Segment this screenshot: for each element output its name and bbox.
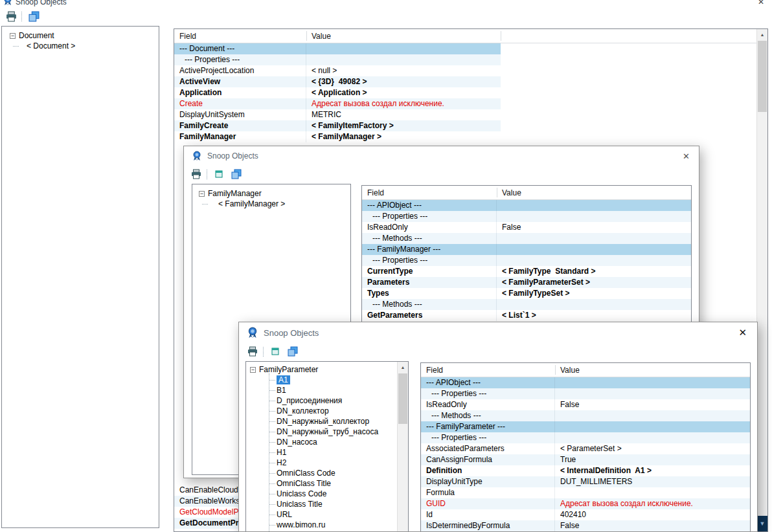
value-cell: < FamilyType Standard > (497, 266, 691, 277)
table-row[interactable]: Definition< InternalDefinition A1 > (421, 465, 750, 476)
table-row[interactable]: --- FamilyManager --- (362, 244, 691, 255)
snoop-objects-button[interactable] (27, 10, 41, 23)
print-button[interactable] (189, 168, 203, 181)
table-row[interactable]: CanAssignFormulaTrue (421, 454, 750, 465)
dialog-titlebar[interactable]: Snoop Objects ✕ (239, 322, 757, 343)
field-cell: --- Properties --- (174, 54, 306, 65)
collapse-icon[interactable]: − (199, 191, 205, 197)
scroll-down-button[interactable]: ▼ (757, 516, 767, 531)
table-row[interactable]: Parameters< FamilyParameterSet > (362, 277, 691, 288)
table-row[interactable]: --- Methods --- (362, 233, 691, 244)
tree-item[interactable]: DN_насоса (246, 437, 396, 447)
tree-item-document[interactable]: < Document > (2, 41, 159, 51)
table-row[interactable]: AssociatedParameters< ParameterSet > (421, 443, 750, 454)
table-row[interactable]: Types< FamilyTypeSet > (362, 288, 691, 299)
scroll-up-icon: ▲ (401, 365, 405, 370)
tree-item[interactable]: Uniclass Code (246, 489, 396, 499)
tree-item-label: < FamilyManager > (218, 199, 285, 208)
column-divider[interactable] (497, 188, 497, 197)
collapse-icon[interactable]: − (10, 33, 16, 39)
field-column-header[interactable]: Field (367, 188, 384, 197)
tree-item[interactable]: OmniClass Code (246, 468, 396, 478)
table-row[interactable]: --- Document --- (174, 43, 501, 54)
scrollbar-thumb[interactable] (398, 373, 407, 424)
column-divider[interactable] (306, 31, 307, 41)
field-cell: --- APIObject --- (421, 377, 555, 388)
tree-item[interactable]: H2 (246, 458, 396, 468)
preview-button[interactable] (268, 345, 282, 358)
table-row[interactable]: ActiveProjectLocation< null > (174, 65, 501, 76)
tree-root-document[interactable]: − Document (2, 30, 159, 41)
field-cell: IsReadOnly (362, 222, 497, 233)
field-column-header[interactable]: Field (179, 32, 196, 41)
snoop-objects-button[interactable] (229, 168, 244, 181)
tree-root-familymanager[interactable]: − FamilyManager (192, 188, 350, 199)
tree-item[interactable]: DN_коллектор (246, 406, 396, 416)
table-row[interactable]: --- Methods --- (421, 410, 750, 421)
table-row[interactable]: GUIDАдресат вызова создал исключение. (421, 498, 750, 509)
collapse-icon[interactable]: − (250, 367, 256, 373)
table-row[interactable]: DisplayUnitTypeDUT_MILLIMETERS (421, 476, 750, 487)
tree-item[interactable]: DN_наружный_коллектор (246, 416, 396, 427)
vertical-scrollbar[interactable]: ▲ ▼ (756, 29, 767, 531)
table-row[interactable]: ActiveView< {3D} 49082 > (174, 76, 501, 87)
tree-item[interactable]: URL (246, 509, 396, 520)
field-cell: IsDeterminedByFormula (421, 520, 555, 531)
snoop-objects-button[interactable] (286, 345, 300, 358)
tree-item[interactable]: D_присоединения (246, 395, 396, 406)
preview-button[interactable] (212, 168, 226, 181)
field-cell: DisplayUnitSystem (174, 109, 306, 120)
scroll-up-button[interactable]: ▲ (757, 29, 767, 40)
table-row[interactable]: IsReadOnlyFalse (362, 222, 691, 233)
table-row[interactable]: CreateАдресат вызова создал исключение. (174, 98, 501, 109)
parameter-tree-list: A1B1D_присоединенияDN_коллекторDN_наружн… (246, 375, 396, 532)
table-row[interactable]: Formula (421, 487, 750, 498)
scroll-up-button[interactable]: ▲ (398, 362, 408, 373)
tree-item-label: DN_наружный_труб_насоса (277, 427, 378, 436)
close-icon[interactable]: ✕ (738, 327, 747, 338)
table-row[interactable]: --- Properties --- (421, 432, 750, 443)
table-row[interactable]: --- APIObject --- (362, 200, 691, 211)
tree-item[interactable]: B1 (246, 385, 396, 395)
table-row[interactable]: GetParameters< List`1 > (362, 310, 691, 321)
close-icon[interactable]: ✕ (758, 0, 764, 6)
tree-item-familymanager[interactable]: < FamilyManager > (192, 199, 350, 209)
table-row[interactable]: IsReadOnlyFalse (421, 399, 750, 410)
print-button[interactable] (245, 345, 260, 358)
table-row[interactable]: Application< Application > (174, 87, 501, 98)
table-row[interactable]: --- FamilyParameter --- (421, 421, 750, 432)
column-divider[interactable] (501, 31, 501, 41)
print-button[interactable] (4, 10, 18, 23)
value-column-header[interactable]: Value (502, 188, 521, 197)
field-cell: AssociatedParameters (421, 443, 555, 454)
table-row[interactable]: FamilyManager< FamilyManager > (174, 131, 501, 142)
table-row[interactable]: FamilyCreate< FamilyItemFactory > (174, 120, 501, 131)
close-icon[interactable]: ✕ (683, 151, 690, 161)
field-column-header[interactable]: Field (426, 366, 443, 375)
table-row[interactable]: DisplayUnitSystemMETRIC (174, 109, 501, 120)
table-row[interactable]: --- Properties --- (362, 211, 691, 222)
tree-scrollbar[interactable]: ▲ (397, 362, 408, 532)
table-row[interactable]: --- Properties --- (174, 54, 501, 65)
table-row[interactable]: CurrentType< FamilyType Standard > (362, 266, 691, 277)
dialog-titlebar[interactable]: Snoop Objects ✕ (184, 146, 699, 166)
value-column-header[interactable]: Value (312, 32, 331, 41)
table-row[interactable]: --- Properties --- (362, 255, 691, 266)
value-column-header[interactable]: Value (560, 366, 580, 375)
tree-item[interactable]: DN_наружный_труб_насоса (246, 427, 396, 437)
tree-item[interactable]: OmniClass Title (246, 478, 396, 489)
tree-item[interactable]: A1 (246, 375, 396, 385)
tree-item[interactable]: H1 (246, 447, 396, 458)
tree-item-label: Uniclass Title (277, 500, 323, 509)
table-row[interactable]: --- Methods --- (362, 299, 691, 310)
table-row[interactable]: --- APIObject --- (421, 377, 750, 388)
tree-item[interactable]: www.bimon.ru (246, 520, 396, 530)
column-divider[interactable] (555, 365, 556, 375)
table-row[interactable]: IsDeterminedByFormulaFalse (421, 520, 750, 531)
table-row[interactable]: --- Properties --- (421, 388, 750, 399)
value-cell: DUT_MILLIMETERS (555, 476, 750, 487)
tree-root-familyparameter[interactable]: − FamilyParameter (246, 364, 408, 375)
tree-item[interactable]: Uniclass Title (246, 499, 396, 509)
table-row[interactable]: Id402410 (421, 509, 750, 520)
scrollbar-thumb[interactable] (758, 41, 767, 112)
